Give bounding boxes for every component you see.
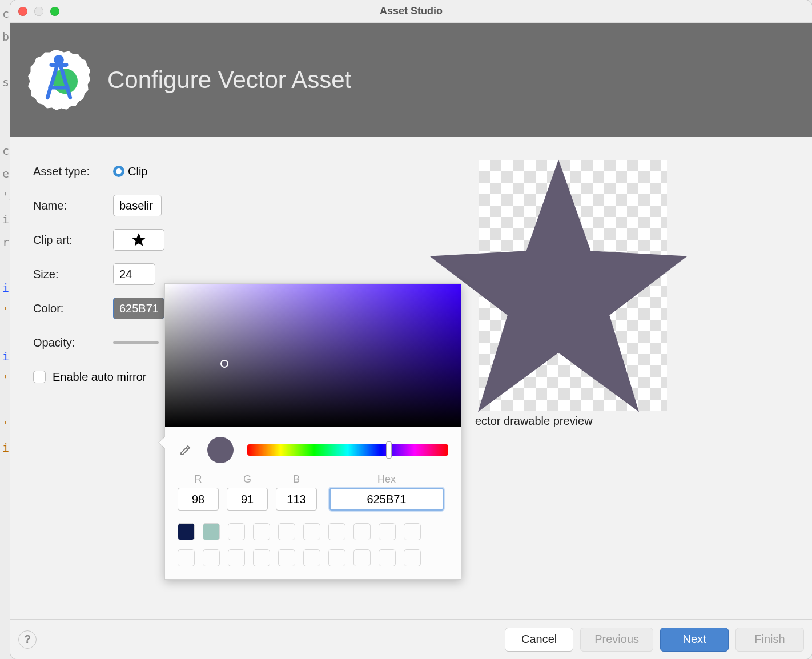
- preview-column: ector drawable preview: [479, 160, 789, 608]
- svg-point-4: [56, 57, 62, 63]
- picker-mid-row: [165, 427, 461, 473]
- asset-type-clip-radio[interactable]: [113, 166, 124, 177]
- color-picker-popup: R G B Hex: [164, 283, 461, 580]
- content-area: Asset type: Clip Name: Clip art: Size:: [10, 137, 812, 619]
- previous-button: Previous: [580, 628, 653, 652]
- auto-mirror-checkbox[interactable]: [33, 371, 46, 383]
- preview-canvas: [479, 160, 667, 411]
- window-title: Asset Studio: [10, 5, 812, 17]
- field-r: R: [178, 473, 219, 511]
- swatch-empty[interactable]: [253, 549, 270, 566]
- name-input[interactable]: [113, 195, 162, 216]
- swatch-empty[interactable]: [404, 523, 421, 540]
- finish-button: Finish: [735, 628, 804, 652]
- field-b: B: [276, 473, 317, 511]
- swatch-empty[interactable]: [228, 549, 245, 566]
- help-button[interactable]: ?: [18, 630, 37, 649]
- input-g[interactable]: [227, 488, 268, 511]
- eyedropper-icon: [179, 443, 192, 457]
- swatch-empty[interactable]: [328, 523, 345, 540]
- cancel-button[interactable]: Cancel: [505, 628, 573, 652]
- eyedropper-button[interactable]: [178, 442, 194, 458]
- swatch-empty[interactable]: [203, 549, 220, 566]
- titlebar: Asset Studio: [10, 0, 812, 23]
- swatch-empty[interactable]: [328, 549, 345, 566]
- star-icon: [131, 232, 147, 248]
- field-hex: Hex: [325, 473, 448, 511]
- swatch-empty[interactable]: [353, 549, 371, 566]
- next-button[interactable]: Next: [660, 628, 729, 652]
- label-b: B: [293, 473, 300, 485]
- swatch-empty[interactable]: [228, 523, 245, 540]
- banner: Configure Vector Asset: [10, 23, 812, 137]
- popup-arrow: [159, 437, 165, 448]
- previous-label: Previous: [594, 633, 639, 646]
- input-hex[interactable]: [329, 488, 444, 511]
- swatch-empty[interactable]: [178, 549, 195, 566]
- label-color: Color:: [33, 302, 113, 315]
- swatch-empty[interactable]: [404, 549, 421, 566]
- label-g: G: [243, 473, 251, 485]
- asset-studio-window: Asset Studio Configure Vector Asset Asse…: [10, 0, 812, 659]
- finish-label: Finish: [754, 633, 785, 646]
- swatch-empty[interactable]: [353, 523, 371, 540]
- label-opacity: Opacity:: [33, 336, 113, 349]
- banner-icon: [27, 49, 90, 111]
- swatch-empty[interactable]: [303, 523, 320, 540]
- swatch-preset[interactable]: [203, 523, 220, 540]
- color-input[interactable]: [113, 298, 164, 319]
- label-hex: Hex: [377, 473, 396, 485]
- swatch-row-1: [165, 519, 461, 545]
- asset-type-clip-label: Clip: [128, 165, 147, 178]
- label-name: Name:: [33, 199, 113, 212]
- clipart-button[interactable]: [113, 229, 164, 251]
- swatch-empty[interactable]: [303, 549, 320, 566]
- swatch-empty[interactable]: [379, 549, 396, 566]
- row-asset-type: Asset type: Clip: [33, 160, 433, 183]
- sv-cursor[interactable]: [220, 360, 228, 368]
- help-label: ?: [24, 633, 31, 646]
- auto-mirror-label: Enable auto mirror: [53, 371, 147, 384]
- current-color-swatch: [207, 437, 234, 463]
- opacity-slider[interactable]: [113, 341, 159, 344]
- input-r[interactable]: [178, 488, 219, 511]
- label-r: R: [195, 473, 202, 485]
- size-input[interactable]: [113, 263, 155, 285]
- label-asset-type: Asset type:: [33, 165, 113, 178]
- cancel-label: Cancel: [521, 633, 557, 646]
- label-size: Size:: [33, 268, 113, 281]
- footer: ? Cancel Previous Next Finish: [10, 619, 812, 659]
- swatch-empty[interactable]: [253, 523, 270, 540]
- next-label: Next: [682, 633, 706, 646]
- swatch-empty[interactable]: [278, 549, 295, 566]
- row-clipart: Clip art:: [33, 228, 433, 251]
- hue-slider[interactable]: [247, 444, 448, 456]
- swatch-row-2: [165, 545, 461, 579]
- saturation-value-area[interactable]: [165, 284, 461, 427]
- picker-inputs: R G B Hex: [165, 473, 461, 519]
- swatch-empty[interactable]: [278, 523, 295, 540]
- field-g: G: [227, 473, 268, 511]
- input-b[interactable]: [276, 488, 317, 511]
- row-name: Name:: [33, 194, 433, 217]
- row-size: Size:: [33, 263, 433, 286]
- swatch-empty[interactable]: [379, 523, 396, 540]
- swatch-preset[interactable]: [178, 523, 195, 540]
- hue-handle[interactable]: [386, 441, 392, 459]
- label-clipart: Clip art:: [33, 234, 113, 247]
- banner-title: Configure Vector Asset: [107, 66, 351, 94]
